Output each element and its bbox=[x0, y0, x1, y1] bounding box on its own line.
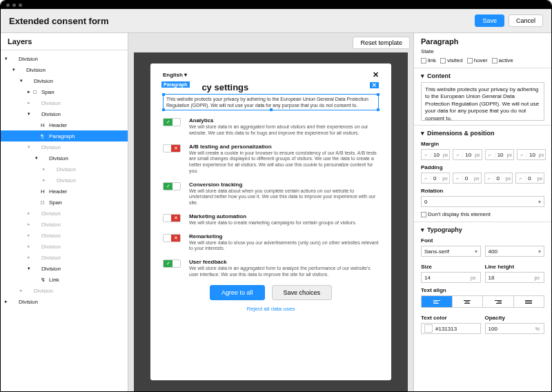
tree-item[interactable]: ▸Division bbox=[1, 230, 128, 241]
padding-row-input[interactable]: ⌐0px bbox=[453, 173, 482, 184]
opacity-label: Opacity bbox=[485, 315, 545, 321]
consent-toggle[interactable]: ✕ bbox=[163, 234, 181, 242]
agree-all-button[interactable]: Agree to all bbox=[210, 285, 265, 300]
content-textarea[interactable]: This website protects your privacy by ad… bbox=[421, 82, 544, 121]
tree-item-label: Division bbox=[57, 166, 76, 173]
chevron-down-icon: ▾ bbox=[184, 72, 187, 78]
tree-item[interactable]: ▸Division bbox=[1, 97, 128, 108]
tree-item[interactable]: ▸Division bbox=[1, 285, 128, 296]
consent-toggle[interactable]: ✕ bbox=[163, 214, 181, 222]
tree-item-label: Division bbox=[19, 56, 38, 62]
layers-tree[interactable]: ▾Division▾Division▾Division▸□Span▸Divisi… bbox=[1, 50, 128, 391]
state-checkbox[interactable]: link bbox=[421, 57, 436, 63]
tree-item[interactable]: ▾Division bbox=[1, 64, 128, 75]
tree-item[interactable]: □Span bbox=[1, 197, 128, 208]
element-type-icon: □ bbox=[33, 89, 41, 95]
padding-row-input[interactable]: ⌐0px bbox=[484, 173, 513, 184]
dimensions-section-header[interactable]: ▾ Dimensions & position bbox=[421, 130, 544, 137]
inspector-title: Paragraph bbox=[421, 37, 544, 46]
state-checkbox[interactable]: hover bbox=[467, 57, 488, 63]
tree-item[interactable]: ▸Division bbox=[1, 208, 128, 219]
tree-item-label: Division bbox=[49, 155, 68, 161]
color-swatch-icon bbox=[424, 324, 433, 333]
align-left-button[interactable] bbox=[422, 296, 453, 307]
consent-title: Conversion tracking bbox=[189, 182, 379, 188]
tree-item-label: Division bbox=[41, 233, 61, 239]
side-icon: ⌐ bbox=[422, 153, 431, 157]
tree-item[interactable]: ▾Division bbox=[1, 53, 128, 64]
consent-title: User feedback bbox=[189, 259, 379, 265]
reset-template-button[interactable]: Reset template bbox=[353, 37, 410, 49]
state-checkbox[interactable]: visited bbox=[440, 57, 463, 63]
rotation-input[interactable]: 0▾ bbox=[421, 196, 544, 207]
opacity-input[interactable]: 100% bbox=[485, 323, 545, 334]
caret-icon: ▾ bbox=[28, 144, 33, 150]
tree-item-label: Link bbox=[49, 277, 59, 283]
content-section-header[interactable]: ▾ Content bbox=[421, 72, 544, 79]
font-size-input[interactable]: 14px bbox=[421, 272, 481, 283]
tree-item[interactable]: ▸Division bbox=[1, 219, 128, 230]
consent-toggle[interactable]: ✕ bbox=[163, 144, 181, 153]
tree-item-label: Division bbox=[41, 255, 61, 261]
side-icon: ⌐ bbox=[485, 176, 495, 181]
tree-item[interactable]: ▸□Span bbox=[1, 86, 128, 97]
save-choices-button[interactable]: Save choices bbox=[272, 285, 333, 300]
cancel-button[interactable]: Cancel bbox=[509, 14, 543, 27]
typography-section-header[interactable]: ▾ Typography bbox=[421, 226, 544, 233]
save-button[interactable]: Save bbox=[475, 14, 504, 27]
margin-row-input[interactable]: ⌐10px bbox=[485, 149, 514, 160]
tree-item[interactable]: HHeader bbox=[1, 119, 128, 130]
layers-panel: Layers ▾Division▾Division▾Division▸□Span… bbox=[1, 33, 128, 391]
tree-item[interactable]: ▾Division bbox=[1, 75, 128, 86]
align-right-button[interactable] bbox=[483, 296, 514, 307]
tree-item[interactable]: ▸Division bbox=[1, 241, 128, 252]
chevron-down-icon: ▾ bbox=[421, 226, 424, 233]
tree-item[interactable]: ▾Division bbox=[1, 141, 128, 153]
font-label: Font bbox=[421, 237, 544, 244]
language-selector[interactable]: English ▾ bbox=[163, 72, 187, 78]
lineheight-label: Line height bbox=[485, 264, 545, 270]
tree-item-label: Span bbox=[41, 89, 55, 95]
tree-item[interactable]: ▸Division bbox=[1, 252, 128, 263]
preview-heading[interactable]: Paragraph Paragrapcy settings ✕ bbox=[163, 82, 379, 92]
padding-row-input[interactable]: ⌐0px bbox=[515, 173, 544, 184]
reject-all-link[interactable]: Reject all data uses bbox=[163, 306, 379, 312]
tree-item[interactable]: ¶Paragraph bbox=[1, 130, 128, 141]
state-checkbox[interactable]: active bbox=[492, 57, 513, 63]
consent-toggle[interactable]: ✓ bbox=[163, 118, 181, 126]
text-color-input[interactable]: #131313 bbox=[421, 323, 481, 334]
dont-display-checkbox[interactable]: Don't display this element bbox=[421, 211, 544, 217]
caret-icon: ▸ bbox=[28, 210, 33, 216]
consent-desc: We will create a cookie in your browser … bbox=[189, 150, 379, 175]
align-center-button[interactable] bbox=[453, 296, 484, 307]
tree-item[interactable]: ▸Division bbox=[1, 175, 128, 186]
tree-item[interactable]: HHeader bbox=[1, 186, 128, 197]
tree-item[interactable]: ▸Division bbox=[1, 164, 128, 175]
tree-item[interactable]: ▸Division bbox=[1, 296, 128, 307]
tree-item[interactable]: ▾Division bbox=[1, 153, 128, 164]
align-justify-button[interactable] bbox=[514, 296, 544, 307]
selected-paragraph[interactable]: This website protects your privacy by ad… bbox=[163, 94, 379, 110]
margin-row-input[interactable]: ⌐10px bbox=[453, 149, 482, 160]
page-title: Extended consent form bbox=[9, 16, 475, 26]
margin-row-input[interactable]: ⌐10px bbox=[421, 149, 450, 160]
tree-item-label: Division bbox=[26, 67, 46, 73]
tree-item[interactable]: ▾Division bbox=[1, 108, 128, 119]
font-family-select[interactable]: Sans-serif▾ bbox=[421, 246, 481, 257]
padding-row-input[interactable]: ⌐0px bbox=[421, 173, 450, 184]
selection-tag: Paragraph bbox=[161, 81, 190, 88]
tree-item[interactable]: ↯Link bbox=[1, 274, 128, 285]
margin-row-input[interactable]: ⌐10px bbox=[517, 149, 546, 160]
consent-row: ✓User feedbackWe will store data in an a… bbox=[163, 259, 379, 278]
caret-icon: ▸ bbox=[28, 100, 33, 106]
selection-delete-icon[interactable]: ✕ bbox=[370, 82, 379, 88]
close-icon[interactable]: ✕ bbox=[373, 70, 379, 79]
line-height-input[interactable]: 18px bbox=[485, 272, 545, 283]
tree-item[interactable]: ▾Division bbox=[1, 263, 128, 274]
side-icon: ⌐ bbox=[518, 153, 527, 157]
font-weight-select[interactable]: 400▾ bbox=[485, 246, 545, 257]
consent-toggle[interactable]: ✓ bbox=[163, 259, 181, 268]
caret-icon: ▸ bbox=[28, 233, 33, 238]
consent-toggle[interactable]: ✓ bbox=[163, 182, 181, 190]
tree-item-label: Division bbox=[34, 288, 53, 294]
